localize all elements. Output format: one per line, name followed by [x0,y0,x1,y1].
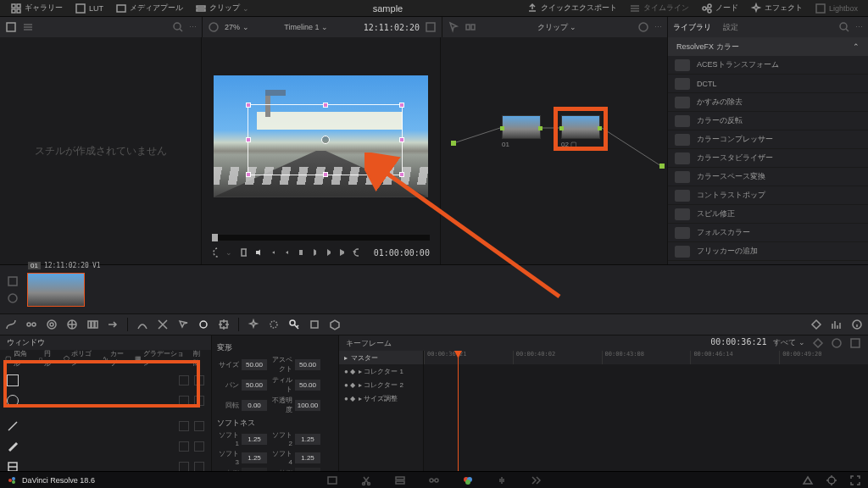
clips-strip[interactable]: 01 12:11:02:20 V1 [0,264,868,313]
kf-expand-icon[interactable] [849,337,861,349]
prev-frame-icon[interactable] [282,247,288,258]
viewer-expand-icon[interactable] [425,21,437,33]
power-window-overlay[interactable] [248,104,402,175]
scrub-bar[interactable] [212,235,430,241]
key-icon[interactable] [288,319,300,330]
kf-track[interactable]: ● ◆▸ コレクター 2 [339,378,423,391]
primaries-icon[interactable] [25,319,37,330]
node-clips-dropdown[interactable]: クリップ ⌄ [537,23,577,31]
page-color[interactable] [460,473,476,488]
project-manager-icon[interactable] [802,474,814,486]
last-frame-icon[interactable] [338,247,344,258]
timeline-toggle[interactable]: タイムライン [624,1,694,16]
node-options-icon[interactable]: ⋯ [654,23,662,31]
split-view-icon[interactable] [240,247,246,258]
fx-item[interactable]: スピル修正 [668,205,868,224]
kf-circle-icon[interactable] [831,337,843,349]
shape-row-curve[interactable] [7,436,204,457]
fx-item[interactable]: コントラストポップ [668,186,868,205]
node-graph[interactable]: 01 02 ▢ [441,37,668,264]
opacity-field[interactable]: 100.00 [295,400,320,411]
fx-item[interactable]: カラーコンプレッサー [668,130,868,149]
fx-search-icon[interactable] [838,21,850,33]
page-deliver[interactable] [528,473,543,488]
quick-export[interactable]: クイックエクスポート [521,1,622,16]
pointer-icon[interactable] [448,21,459,33]
highlight-mode-icon[interactable] [212,247,218,258]
mediapool-toggle[interactable]: メディアプール [110,1,188,16]
size-field[interactable]: 50.00 [242,359,267,370]
kf-diamond-icon[interactable] [812,337,824,349]
playhead[interactable] [458,351,459,474]
mute-icon[interactable] [254,247,260,258]
pan-field[interactable]: 50.00 [242,380,267,391]
bypass-icon[interactable] [208,21,220,33]
rotate-field[interactable]: 0.00 [242,400,267,411]
stills-view-icon[interactable] [5,21,17,33]
zoom-dropdown[interactable]: 27% ⌄ [225,23,249,31]
keyframe-timeline[interactable]: 00:00:36:2100:00:40:0200:00:43:0800:00:4… [424,351,868,474]
curves-icon[interactable] [5,319,17,330]
full-screen-icon[interactable] [849,474,861,486]
tab-library[interactable]: ライブラリ [673,22,711,33]
zoom-fit-icon[interactable] [637,21,649,33]
page-fusion[interactable] [426,473,442,488]
thumbnail-view-icon[interactable] [7,275,19,287]
fx-options-icon[interactable]: ⋯ [855,23,863,31]
aspect-field[interactable]: 50.00 [295,359,320,370]
lut-toggle[interactable]: LUT [70,1,108,16]
list-view-icon[interactable] [22,21,34,33]
kf-track[interactable]: ● ◆▸ サイズ調整 [339,391,423,405]
fx-item[interactable]: カラーの反転 [668,112,868,130]
3d-icon[interactable] [329,319,341,330]
kf-master[interactable]: ▸マスター [339,351,423,364]
node-01[interactable]: 01 [502,115,541,148]
lightbox-toggle[interactable]: Lightbox [810,1,863,16]
fx-item[interactable]: カラースタビライザー [668,149,868,168]
window-icon[interactable] [198,319,209,330]
graph-input[interactable] [451,141,456,146]
sizing-icon[interactable] [309,319,320,330]
stop-icon[interactable] [296,247,302,258]
warper-icon[interactable] [157,319,169,330]
rgb-mixer-icon[interactable] [86,319,98,330]
project-settings-icon[interactable] [826,474,837,486]
kf-track[interactable]: ● ◆▸ コレクター 1 [339,364,423,378]
options-icon[interactable]: ⋯ [189,23,197,31]
effects-toggle[interactable]: エフェクト [745,1,808,16]
tilt-field[interactable]: 50.00 [295,380,320,391]
soft2-field[interactable]: 1.25 [295,434,320,445]
next-frame-icon[interactable] [324,247,330,258]
page-fairlight[interactable] [494,473,509,488]
blur-icon[interactable] [268,319,280,330]
fx-item[interactable]: 色域マッピング [668,261,868,264]
soft4-field[interactable]: 1.25 [295,452,320,463]
hdr-icon[interactable] [66,319,78,330]
info-icon[interactable] [851,319,863,330]
info-view-icon[interactable] [7,292,19,304]
fx-item[interactable]: ACESトランスフォーム [668,56,868,75]
scopes-icon[interactable] [831,319,843,330]
magic-mask-icon[interactable] [248,319,259,330]
play-icon[interactable] [310,247,316,258]
qualifier-icon[interactable] [177,319,189,330]
page-edit[interactable] [392,473,408,488]
fx-category-header[interactable]: ResolveFX カラー⌃ [668,37,868,56]
nodes-view-icon[interactable] [465,21,476,33]
clips-dropdown[interactable]: クリップ⌄ [190,1,254,16]
soft1-field[interactable]: 1.25 [242,434,267,445]
fx-item[interactable]: かすみの除去 [668,93,868,112]
soft3-field[interactable]: 1.25 [242,452,267,463]
tab-settings[interactable]: 設定 [723,22,738,33]
transport-timecode[interactable]: 01:00:00:00 [374,248,430,258]
keyframe-tool-icon[interactable] [810,319,822,330]
fx-item[interactable]: DCTL [668,75,868,93]
viewer-image[interactable] [214,75,428,197]
curves2-icon[interactable] [136,319,148,330]
search-icon[interactable] [172,21,184,33]
gallery-toggle[interactable]: ギャラリー [5,1,68,16]
clip-thumbnail[interactable]: 01 12:11:02:20 V1 [27,273,85,307]
fx-item[interactable]: フリッカーの追加 [668,242,868,261]
fx-item[interactable]: フォルスカラー [668,224,868,242]
page-media[interactable] [325,473,340,488]
